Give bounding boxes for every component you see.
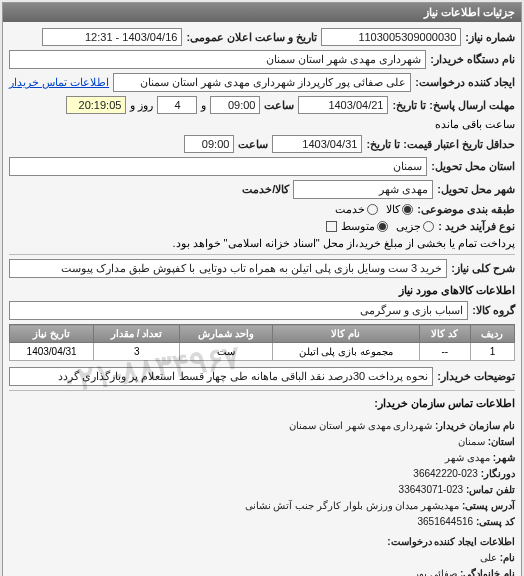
need-number-value: 1103005309000030 bbox=[321, 28, 461, 46]
c-postal-label: کد پستی: bbox=[476, 516, 515, 527]
c-fname: علی bbox=[480, 552, 497, 563]
c-phone: 023-33643071 bbox=[399, 484, 464, 495]
days-remaining: 4 bbox=[157, 96, 197, 114]
row-need-number: شماره نیاز: 1103005309000030 تاریخ و ساع… bbox=[9, 28, 515, 46]
deadline-time: 09:00 bbox=[210, 96, 260, 114]
panel-header: جزئیات اطلاعات نیاز bbox=[3, 3, 521, 22]
goods-group-value: اسباب بازی و سرگرمی bbox=[9, 301, 468, 320]
contact-block: نام سازمان خریدار: شهرداری مهدی شهر استا… bbox=[9, 414, 515, 576]
radio-item-kala[interactable]: کالا bbox=[386, 203, 413, 216]
contact-section-title: اطلاعات تماس سازمان خریدار: bbox=[9, 397, 515, 410]
need-desc-label: شرح کلی نیاز: bbox=[451, 262, 515, 275]
validity-date: 1403/04/31 bbox=[272, 135, 362, 153]
time-suffix: ساعت باقی مانده bbox=[435, 118, 515, 131]
c-postal: 3651644516 bbox=[417, 516, 473, 527]
contact-fax: دورنگار: 023-36642220 bbox=[9, 466, 515, 482]
class-radio-group: کالا خدمت bbox=[335, 203, 413, 216]
td-code: -- bbox=[419, 343, 470, 361]
row-goods-group: گروه کالا: اسباب بازی و سرگرمی bbox=[9, 301, 515, 320]
row-city: شهر محل تحویل: مهدی شهر کالا/خدمت bbox=[9, 180, 515, 199]
radio-item-jozei[interactable]: جزیی bbox=[396, 220, 434, 233]
contact-province: استان: سمنان bbox=[9, 434, 515, 450]
radio-item-khedmat[interactable]: خدمت bbox=[335, 203, 378, 216]
c-province-label: استان: bbox=[488, 436, 515, 447]
row-buyer-device: نام دستگاه خریدار: شهرداری مهدی شهر استا… bbox=[9, 50, 515, 69]
requester-value: علی صفائی پور کارپرداز شهرداری مهدی شهر … bbox=[113, 73, 411, 92]
th-qty: تعداد / مقدار bbox=[94, 325, 180, 343]
td-name: مجموعه بازی پلی اتیلن bbox=[272, 343, 419, 361]
announce-date-value: 1403/04/16 - 12:31 bbox=[42, 28, 182, 46]
contact-lastname: نام خانوادگی: صفائی پور bbox=[9, 566, 515, 576]
c-fax: 023-36642220 bbox=[413, 468, 478, 479]
goods-service-label: کالا/خدمت bbox=[242, 183, 289, 196]
td-qty: 3 bbox=[94, 343, 180, 361]
th-unit: واحد شمارش bbox=[180, 325, 272, 343]
row-class: طبقه بندی موضوعی: کالا خدمت bbox=[9, 203, 515, 216]
time-remaining: 20:19:05 bbox=[66, 96, 126, 114]
days-suffix: روز و bbox=[130, 99, 153, 112]
org-name-label: نام سازمان خریدار: bbox=[435, 420, 515, 431]
contact-firstname: نام: علی bbox=[9, 550, 515, 566]
org-name: شهرداری مهدی شهر استان سمنان bbox=[289, 420, 432, 431]
row-need-desc: شرح کلی نیاز: خرید 3 ست وسایل بازی پلی ا… bbox=[9, 259, 515, 278]
deadline-label: مهلت ارسال پاسخ: تا تاریخ: bbox=[392, 99, 515, 112]
radio-jozei-label: جزیی bbox=[396, 220, 421, 233]
contact-city: شهر: مهدی شهر bbox=[9, 450, 515, 466]
buyer-note-value: نحوه پرداخت 30درصد نقد الباقی ماهانه طی … bbox=[9, 367, 433, 386]
c-lname-label: نام خانوادگی: bbox=[460, 568, 515, 576]
city-value: مهدی شهر bbox=[293, 180, 433, 199]
row-buyer-note: توضیحات خریدار: نحوه پرداخت 30درصد نقد ا… bbox=[9, 367, 515, 386]
th-name: نام کالا bbox=[272, 325, 419, 343]
requester-label: ایجاد کننده درخواست: bbox=[415, 76, 515, 89]
c-city-label: شهر: bbox=[493, 452, 515, 463]
separator-2 bbox=[9, 390, 515, 391]
c-city: مهدی شهر bbox=[445, 452, 490, 463]
radio-kala bbox=[402, 204, 413, 215]
buyer-contact-link[interactable]: اطلاعات تماس خریدار bbox=[9, 76, 109, 89]
contact-postal: کد پستی: 3651644516 bbox=[9, 514, 515, 530]
radio-jozei bbox=[423, 221, 434, 232]
table-header-row: ردیف کد کالا نام کالا واحد شمارش تعداد /… bbox=[10, 325, 515, 343]
details-panel: جزئیات اطلاعات نیاز شماره نیاز: 11030053… bbox=[2, 2, 522, 576]
c-fax-label: دورنگار: bbox=[481, 468, 515, 479]
radio-motavasset bbox=[377, 221, 388, 232]
purchase-type-label: نوع فرآیند خرید : bbox=[438, 220, 515, 233]
td-unit: ست bbox=[180, 343, 272, 361]
td-date: 1403/04/31 bbox=[10, 343, 94, 361]
province-label: استان محل تحویل: bbox=[431, 160, 515, 173]
contact-address: آدرس پستی: مهدیشهر میدان ورزش بلوار کارگ… bbox=[9, 498, 515, 514]
goods-group-label: گروه کالا: bbox=[472, 304, 515, 317]
contact-org: نام سازمان خریدار: شهرداری مهدی شهر استا… bbox=[9, 418, 515, 434]
radio-khedmat bbox=[367, 204, 378, 215]
deadline-date: 1403/04/21 bbox=[298, 96, 388, 114]
separator-1 bbox=[9, 254, 515, 255]
radio-kala-label: کالا bbox=[386, 203, 400, 216]
announce-date-label: تاریخ و ساعت اعلان عمومی: bbox=[186, 31, 317, 44]
th-idx: ردیف bbox=[470, 325, 514, 343]
contact-phone: تلفن تماس: 023-33643071 bbox=[9, 482, 515, 498]
payment-checkbox[interactable] bbox=[326, 221, 337, 232]
th-date: تاریخ نیاز bbox=[10, 325, 94, 343]
row-purchase-type: نوع فرآیند خرید : جزیی متوسط پرداخت تمام… bbox=[9, 220, 515, 250]
row-validity: حداقل تاریخ اعتبار قیمت: تا تاریخ: 1403/… bbox=[9, 135, 515, 153]
radio-item-motavasset[interactable]: متوسط bbox=[341, 220, 388, 233]
need-desc-value: خرید 3 ست وسایل بازی پلی اتیلن به همراه … bbox=[9, 259, 447, 278]
city-label: شهر محل تحویل: bbox=[437, 183, 515, 196]
buyer-note-label: توضیحات خریدار: bbox=[437, 370, 515, 383]
row-deadline: مهلت ارسال پاسخ: تا تاریخ: 1403/04/21 سا… bbox=[9, 96, 515, 131]
time-label-1: ساعت bbox=[264, 99, 294, 112]
goods-table: ردیف کد کالا نام کالا واحد شمارش تعداد /… bbox=[9, 324, 515, 361]
radio-khedmat-label: خدمت bbox=[335, 203, 365, 216]
need-number-label: شماره نیاز: bbox=[465, 31, 515, 44]
c-phone-label: تلفن تماس: bbox=[466, 484, 515, 495]
panel-body: شماره نیاز: 1103005309000030 تاریخ و ساع… bbox=[3, 22, 521, 576]
buyer-device-value: شهرداری مهدی شهر استان سمنان bbox=[9, 50, 426, 69]
validity-time: 09:00 bbox=[184, 135, 234, 153]
goods-info-title: اطلاعات کالاهای مورد نیاز bbox=[9, 284, 515, 297]
time-label-2: ساعت bbox=[238, 138, 268, 151]
th-code: کد کالا bbox=[419, 325, 470, 343]
province-value: سمنان bbox=[9, 157, 427, 176]
c-lname: صفائی پور bbox=[414, 568, 457, 576]
day-and: و bbox=[201, 99, 206, 112]
c-address-label: آدرس پستی: bbox=[462, 500, 515, 511]
